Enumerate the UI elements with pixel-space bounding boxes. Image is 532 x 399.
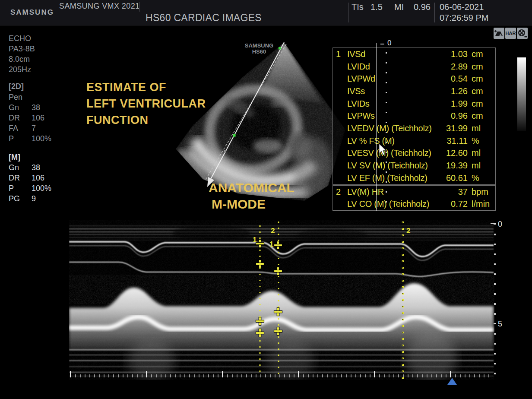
measurement-value: 60.61 [437, 173, 468, 183]
measurement-row: LV SV (M) (Teichholz)19.39ml [333, 159, 495, 172]
measurement-set-index: 1 [333, 49, 347, 59]
param-m-pg: PG9 [9, 194, 20, 203]
measurement-unit: l/min [468, 199, 495, 209]
measurement-label: LVEDV (M) (Teichholz) [347, 124, 437, 133]
measurement-row: LV EF (M) (Teichholz)60.61% [333, 172, 495, 184]
tis-value: 1.5 [370, 2, 383, 12]
measurement-value: 0.54 [437, 74, 468, 84]
measurement-set-index: 2 [333, 187, 347, 197]
sector-icon [494, 28, 504, 38]
measurement-table-group-1: 1IVSd1.03cmLVIDd2.89cmLVPWd0.54cmIVSs1.2… [332, 48, 496, 185]
tis-label: TIs [352, 2, 364, 12]
measurement-row: IVSs1.26cm [333, 85, 495, 98]
section-title-2d: [2D] [9, 82, 24, 91]
divider [434, 3, 435, 22]
measurement-label: IVSd [347, 49, 437, 59]
2d-depth-zero-tick [380, 44, 384, 44]
measurement-label: LVIDs [347, 99, 437, 109]
measurement-label: LVPWs [347, 111, 437, 121]
exam-title: HS60 CARDIAC IMAGES [146, 12, 262, 24]
measurement-row: 1IVSd1.03cm [333, 48, 495, 60]
measurement-value: 31.99 [437, 124, 468, 133]
divider [348, 3, 348, 22]
param-m-gn: Gn38 [9, 163, 19, 172]
sector-width-button[interactable] [494, 28, 504, 39]
mline-mid-marker[interactable] [233, 134, 236, 137]
measurement-unit: bpm [468, 187, 495, 197]
param-m-dr: DR106 [9, 174, 20, 183]
measurement-value: 1.26 [437, 86, 468, 96]
annotation-mmode: M-MODE [212, 197, 266, 212]
param-pen: Pen [9, 93, 22, 102]
measurement-value: 2.89 [437, 62, 468, 72]
measurement-unit: ml [468, 161, 495, 171]
measurement-value: 0.72 [437, 199, 468, 209]
measurement-unit: cm [468, 111, 495, 121]
measurement-unit: ml [468, 124, 495, 133]
depth-label: 8.0cm [9, 55, 30, 64]
annotation-estimate: ESTIMATE OF LEFT VENTRICULAR FUNCTION [86, 79, 206, 128]
measurement-value: 31.11 [437, 136, 468, 146]
mi-value: 0.96 [414, 2, 431, 12]
mouse-cursor-icon [378, 144, 388, 157]
sweep-position-marker[interactable] [447, 378, 457, 385]
cine-reel-icon [517, 28, 527, 38]
harmonics-icon: HAR [506, 31, 516, 36]
mi-label: MI [394, 2, 404, 12]
measurement-value: 37 [437, 187, 468, 197]
measurement-row: LVIDs1.99cm [333, 98, 495, 110]
caliper-label-2a: 2 [271, 227, 275, 235]
measurement-unit: cm [468, 62, 495, 72]
param-m-p: P100% [9, 184, 14, 193]
measurement-value: 12.60 [437, 148, 468, 158]
measurement-label: LVESV (M) (Teichholz) [347, 148, 437, 158]
measurement-unit: cm [468, 86, 495, 96]
2d-depth-zero-label: 0 [387, 39, 391, 48]
annotation-anatomical: ANATOMICAL [209, 180, 294, 195]
measurement-row: LVPWd0.54cm [333, 73, 495, 85]
mmode-trace-image: 1 1 2 2 [69, 220, 494, 380]
caliper-label-1b: 1 [269, 240, 273, 248]
grayscale-map-bar [517, 57, 526, 131]
patient-name[interactable]: SAMSUNG VMX 2021 [59, 2, 139, 11]
measurement-unit: ml [468, 148, 495, 158]
measurement-row: LVESV (M) (Teichholz)12.60ml [333, 147, 495, 160]
param-2d-gn: Gn38 [9, 103, 19, 112]
ultrasound-screen: SAMSUNG SAMSUNG VMX 2021 HS60 CARDIAC IM… [0, 0, 532, 399]
measurement-row: 2LV(M) HR37bpm [333, 186, 495, 198]
measurement-label: LVPWd [347, 74, 437, 84]
section-title-m: [M] [9, 153, 20, 162]
measurement-label: LV SV (M) (Teichholz) [347, 161, 437, 171]
cine-clip-button[interactable] [517, 28, 528, 39]
machine-watermark: SAMSUNG HS60 [240, 43, 279, 55]
measurement-value: 1.03 [437, 49, 468, 59]
measurement-label: LV(M) HR [347, 187, 437, 197]
measurement-unit: cm [468, 49, 495, 59]
depth-cursor-line [376, 43, 377, 211]
measurement-label: LV EF (M) (Teichholz) [347, 173, 437, 183]
measurement-unit: cm [468, 74, 495, 84]
measurement-label: LVIDd [347, 62, 437, 72]
mmode-depth-label-0: 0 [498, 220, 502, 229]
measurement-unit: cm [468, 99, 495, 109]
measurement-unit: % [468, 136, 495, 146]
measurement-value: 1.99 [437, 99, 468, 109]
measurement-row: LVIDd2.89cm [333, 60, 495, 73]
measurement-row: LVPWs0.96cm [333, 110, 495, 122]
measurement-label: LV % FS (M) [347, 136, 437, 146]
measurement-row: LV CO (M) (Teichholz)0.72l/min [333, 198, 495, 210]
measurement-label: LV CO (M) (Teichholz) [347, 199, 437, 209]
measurement-label: IVSs [347, 86, 437, 96]
measurement-value: 0.96 [437, 111, 468, 121]
mline-end-marker[interactable] [279, 47, 281, 50]
time-display: 07:26:59 PM [440, 13, 488, 23]
caliper-label-2b: 2 [406, 227, 410, 235]
mode-label: ECHO [9, 34, 31, 43]
measurement-row: LVEDV (M) (Teichholz)31.99ml [333, 122, 495, 135]
measurement-value: 19.39 [437, 161, 468, 171]
param-2d-fa: FA7 [9, 124, 18, 133]
mline-pivot-marker[interactable] [224, 150, 226, 153]
harmonics-button[interactable]: HAR [505, 28, 516, 39]
framerate-label: 205Hz [9, 65, 31, 74]
measurement-table-group-2: 2LV(M) HR37bpmLV CO (M) (Teichholz)0.72l… [332, 185, 496, 211]
